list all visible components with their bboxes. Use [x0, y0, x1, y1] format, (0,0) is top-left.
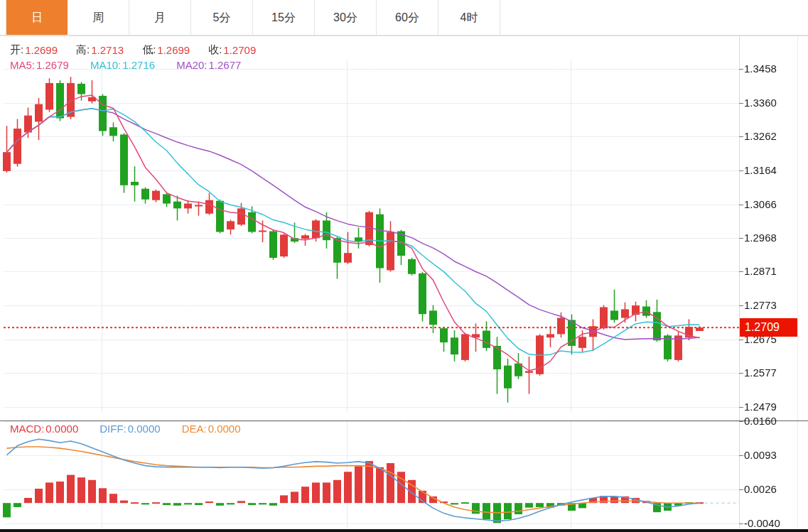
macd-readout: MACD:0.0000 DIFF:0.0000 DEA:0.0000 — [10, 423, 241, 435]
open-label: 开: — [10, 43, 23, 57]
tab-60min[interactable]: 60分 — [377, 0, 438, 35]
ma10-value: 1.2716 — [122, 59, 155, 71]
low-label: 低: — [142, 43, 156, 57]
close-group: 收:1.2709 — [208, 43, 256, 57]
price-tick-label: 1.3360 — [744, 97, 777, 109]
ma10-group: MA10:1.2716 — [90, 59, 155, 71]
close-value: 1.2709 — [223, 44, 256, 56]
low-group: 低:1.2699 — [142, 43, 190, 57]
macd-tick-label: 0.0160 — [744, 415, 777, 428]
macd-tick-label: -0.0040 — [744, 517, 780, 530]
price-tick-label: 1.2479 — [744, 401, 777, 413]
timeframe-tab-bar: 日周月5分15分30分60分4时 — [0, 0, 808, 36]
tab-week[interactable]: 周 — [68, 0, 129, 35]
macd-tick-label: 0.0093 — [744, 449, 777, 462]
ma20-group: MA20:1.2677 — [176, 59, 241, 71]
diff-group: DIFF:0.0000 — [99, 423, 160, 435]
ma20-label: MA20: — [176, 59, 207, 71]
ma20-value: 1.2677 — [209, 59, 242, 71]
dea-value: 0.0000 — [208, 423, 241, 435]
close-label: 收: — [208, 43, 222, 57]
price-tick-label: 1.2773 — [744, 299, 777, 312]
ma-readout: MA5:1.2679 MA10:1.2716 MA20:1.2677 — [10, 59, 241, 71]
ma5-label: MA5: — [10, 59, 35, 71]
low-value: 1.2699 — [157, 44, 190, 56]
high-group: 高:1.2713 — [76, 43, 124, 57]
macd-tick-label: 0.0026 — [744, 483, 777, 496]
dea-group: DEA:0.0000 — [182, 423, 241, 435]
price-tick-label: 1.2871 — [744, 265, 777, 278]
tab-4hour[interactable]: 4时 — [438, 0, 500, 35]
diff-label: DIFF: — [99, 423, 126, 435]
price-tick-label: 1.2577 — [744, 367, 777, 379]
price-tick-label: 1.3066 — [744, 198, 777, 211]
macd-group: MACD:0.0000 — [10, 423, 78, 435]
price-tick-label: 1.3458 — [744, 63, 777, 75]
diff-value: 0.0000 — [128, 423, 161, 435]
tab-15min[interactable]: 15分 — [253, 0, 315, 35]
high-label: 高: — [76, 43, 90, 57]
macd-value: 0.0000 — [45, 423, 78, 435]
ma5-group: MA5:1.2679 — [10, 59, 69, 71]
open-value: 1.2699 — [25, 44, 58, 56]
price-tick-label: 1.3262 — [744, 130, 777, 143]
current-price-label: 1.2709 — [740, 318, 797, 337]
tab-30min[interactable]: 30分 — [315, 0, 377, 35]
price-tick-label: 1.3164 — [744, 164, 777, 177]
price-macd-chart-canvas[interactable] — [0, 0, 808, 532]
price-tick-label: 1.2968 — [744, 232, 777, 244]
tab-month[interactable]: 月 — [129, 0, 191, 35]
open-group: 开:1.2699 — [10, 43, 58, 57]
ma5-value: 1.2679 — [36, 59, 69, 71]
tab-5min[interactable]: 5分 — [191, 0, 253, 35]
macd-label: MACD: — [10, 423, 44, 435]
tab-day[interactable]: 日 — [6, 0, 68, 35]
high-value: 1.2713 — [91, 44, 124, 56]
dea-label: DEA: — [182, 423, 207, 435]
ma10-label: MA10: — [90, 59, 121, 71]
ohlc-readout: 开:1.2699 高:1.2713 低:1.2699 收:1.2709 — [10, 43, 256, 57]
